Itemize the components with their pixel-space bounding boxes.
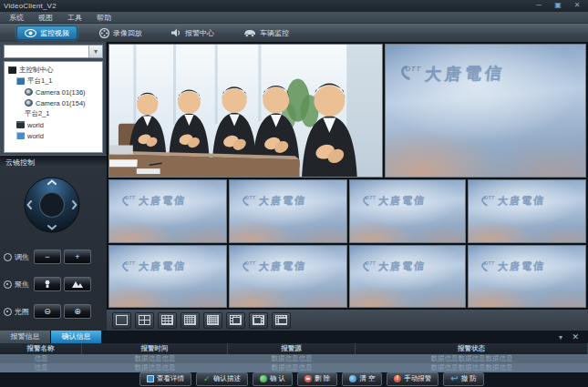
- ptz-panel: 调焦 − + 聚焦 光圈: [0, 168, 107, 331]
- delete-button[interactable]: 删 除: [297, 372, 337, 386]
- speaker-icon: [171, 28, 181, 37]
- far-focus-icon: [72, 280, 83, 288]
- tree-item-control-center[interactable]: 主控制中心: [5, 65, 102, 76]
- tree-item-camera-154[interactable]: Camera 01(154): [5, 97, 102, 108]
- column-alarm-name: 报警名称: [0, 343, 82, 354]
- layout-6-icon: [230, 315, 242, 325]
- datang-watermark: DTT大唐電信: [243, 260, 305, 273]
- close-button[interactable]: ✕: [572, 1, 583, 10]
- layout-9-icon: [161, 315, 173, 325]
- datang-watermark: DTT大唐電信: [364, 260, 426, 273]
- window-title: VideoClient_V2: [4, 2, 57, 10]
- table-row[interactable]: 信息 数据信息信息 数据信息信息 数据信息数据信息数据信息: [0, 354, 588, 363]
- menu-view[interactable]: 视图: [38, 13, 53, 23]
- view-details-button[interactable]: 查看详情: [139, 372, 191, 386]
- alarm-tabs: 报警信息 确认信息: [0, 331, 588, 343]
- video-tile[interactable]: DTT大唐電信: [229, 179, 347, 243]
- video-tile[interactable]: DTT大唐電信: [108, 245, 227, 308]
- eye-icon: [25, 29, 36, 37]
- column-alarm-status: 报警状态: [356, 343, 588, 354]
- iris-open-button[interactable]: ⊕: [64, 304, 91, 319]
- monitor-blue-icon: [16, 132, 25, 139]
- layout-8-button[interactable]: [249, 312, 268, 329]
- chevron-down-icon[interactable]: ▾: [88, 46, 102, 57]
- menu-tools[interactable]: 工具: [67, 13, 82, 23]
- layout-25-button[interactable]: [203, 312, 222, 329]
- video-tile[interactable]: DTT大唐電信: [349, 245, 466, 308]
- confirm-description-button[interactable]: ✓ 确认描述: [196, 372, 248, 386]
- datang-watermark: DTT大唐電信: [123, 260, 185, 273]
- video-tile[interactable]: DTT大唐電信: [349, 179, 466, 243]
- video-client-window: VideoClient_V2 ─ ▣ ✕ 系统 视图 工具 帮助 监控视频: [0, 0, 588, 387]
- platform-icon: [16, 77, 25, 85]
- sidebar: ▾ 主控制中心 平台1_1 Camera 01(136) Camera 01(1…: [0, 42, 107, 331]
- video-tile[interactable]: DTT大唐電信: [468, 245, 586, 308]
- camera-icon: [25, 99, 33, 107]
- collapse-panel-icon[interactable]: ▾: [559, 333, 562, 341]
- video-tile-live[interactable]: [108, 44, 383, 178]
- main-toolbar: 监控视频 录像回放 报警中心 车辆监控: [0, 24, 588, 42]
- title-bar: VideoClient_V2 ─ ▣ ✕: [0, 0, 588, 12]
- disarm-button[interactable]: ↩ 撤 防: [443, 372, 483, 386]
- tab-confirm-info[interactable]: 确认信息: [51, 331, 102, 343]
- tab-alarm-info[interactable]: 报警信息: [0, 331, 51, 343]
- iris-icon: [4, 308, 12, 316]
- server-icon: [16, 121, 25, 128]
- tree-item-world-1[interactable]: world: [5, 119, 102, 130]
- tab-alarm-center[interactable]: 报警中心: [164, 25, 222, 40]
- device-combobox-value: [5, 46, 88, 57]
- tab-monitor-video[interactable]: 监控视频: [16, 25, 77, 40]
- menu-help[interactable]: 帮助: [97, 13, 111, 23]
- layout-16-icon: [184, 315, 196, 325]
- zoom-control-row: 调焦 − +: [4, 248, 104, 266]
- iris-control-row: 光圈 ⊖ ⊕: [4, 302, 104, 321]
- column-alarm-time: 报警时间: [82, 343, 228, 354]
- layout-4-button[interactable]: [135, 312, 154, 329]
- focus-control-row: 聚焦: [4, 275, 104, 293]
- zoom-out-button[interactable]: −: [34, 250, 61, 264]
- iris-close-button[interactable]: ⊖: [34, 304, 61, 319]
- menu-system[interactable]: 系统: [9, 13, 24, 23]
- video-tile[interactable]: DTT大唐電信: [108, 179, 227, 243]
- confirm-icon: [260, 375, 267, 382]
- zoom-icon: [4, 253, 12, 261]
- video-tile[interactable]: DTT大唐電信: [468, 179, 586, 243]
- car-icon: [243, 29, 256, 37]
- tree-item-platform2[interactable]: 平台2_1: [5, 108, 102, 119]
- focus-far-button[interactable]: [64, 277, 91, 291]
- tree-item-world-2[interactable]: world: [5, 130, 102, 141]
- confirm-button[interactable]: 确 认: [253, 372, 293, 386]
- tab-vehicle-monitor[interactable]: 车辆监控: [236, 25, 296, 40]
- layout-10-button[interactable]: [272, 312, 291, 329]
- video-grid: DTT 大唐電信 DTT大唐電信 DTT大唐電信 DTT大唐電信 DTT大唐電信…: [107, 42, 588, 310]
- column-alarm-source: 报警源: [228, 343, 356, 354]
- details-icon: [147, 375, 154, 382]
- film-icon: [99, 28, 109, 38]
- alarm-panel: 报警信息 确认信息 ▾ ✕ 报警名称 报警时间 报警源 报警状态 信息 数据信息…: [0, 331, 588, 387]
- video-tile-large-idle[interactable]: DTT 大唐電信: [385, 44, 586, 178]
- datang-watermark: DTT 大唐電信: [402, 63, 505, 85]
- layout-16-button[interactable]: [181, 312, 200, 329]
- manual-alarm-button[interactable]: 手动报警: [387, 372, 438, 386]
- device-tree: 主控制中心 平台1_1 Camera 01(136) Camera 01(154…: [4, 61, 103, 153]
- tree-item-platform1[interactable]: 平台1_1: [5, 76, 102, 87]
- focus-near-button[interactable]: [34, 277, 61, 291]
- datang-watermark: DTT大唐電信: [243, 194, 305, 208]
- menu-bar: 系统 视图 工具 帮助: [0, 12, 588, 24]
- ptz-direction-pad[interactable]: [24, 177, 80, 233]
- layout-4-icon: [139, 315, 150, 325]
- minimize-button[interactable]: ─: [533, 1, 544, 10]
- layout-6-button[interactable]: [226, 312, 245, 329]
- device-combobox[interactable]: ▾: [4, 45, 103, 58]
- disarm-icon: ↩: [450, 375, 458, 382]
- clear-button[interactable]: 清 空: [342, 372, 382, 386]
- tab-playback[interactable]: 录像回放: [92, 25, 150, 40]
- monitor-icon: [8, 66, 16, 74]
- tree-item-camera-136[interactable]: Camera 01(136): [5, 87, 102, 97]
- layout-1-button[interactable]: [112, 312, 131, 329]
- maximize-button[interactable]: ▣: [552, 1, 563, 10]
- close-panel-icon[interactable]: ✕: [572, 332, 579, 341]
- video-tile[interactable]: DTT大唐電信: [229, 245, 347, 308]
- zoom-in-button[interactable]: +: [64, 250, 91, 264]
- layout-9-button[interactable]: [158, 312, 177, 329]
